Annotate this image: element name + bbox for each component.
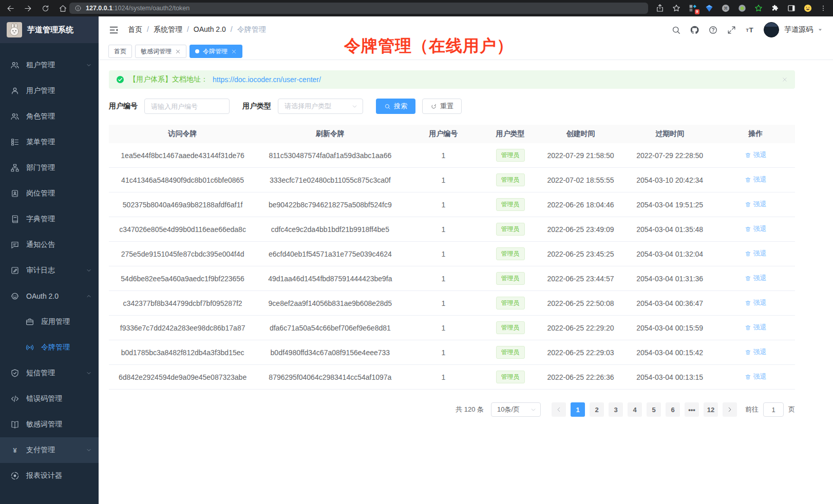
breadcrumb-item[interactable]: 首页: [128, 25, 149, 34]
force-logout-button[interactable]: 强退: [745, 249, 767, 258]
page-number-button[interactable]: •••: [685, 402, 699, 417]
sidebar-item[interactable]: 审计日志: [0, 258, 99, 283]
breadcrumb-item[interactable]: 系统管理: [154, 25, 189, 34]
force-logout-button[interactable]: 强退: [745, 323, 767, 332]
book-icon: [10, 420, 20, 429]
address-bar[interactable]: 127.0.0.1:1024/system/oauth2/token: [69, 3, 648, 14]
font-size-icon[interactable]: TT: [745, 25, 755, 35]
bookmark-star-icon[interactable]: [672, 4, 681, 13]
table-row: 502375b8040a469a9b82188afdf6af1f be90422…: [109, 192, 795, 217]
back-icon[interactable]: [6, 4, 15, 13]
page-number-button[interactable]: 1: [571, 402, 585, 417]
page-number-button[interactable]: 4: [628, 402, 642, 417]
close-icon[interactable]: [175, 49, 181, 54]
page-tab[interactable]: 令牌管理: [190, 45, 242, 58]
sidebar-item[interactable]: 部门管理: [0, 155, 99, 181]
access-token-cell: 275e5de9151045fe87cbdc395e004f4d: [109, 250, 256, 258]
page-size-select[interactable]: 10条/页: [491, 402, 541, 417]
sidebar-item[interactable]: 报表设计器: [0, 463, 99, 489]
caret-down-icon[interactable]: [817, 27, 823, 33]
sidebar-item[interactable]: 菜单管理: [0, 129, 99, 155]
page-tab[interactable]: 敏感词管理: [135, 45, 186, 58]
search-icon[interactable]: [671, 25, 681, 35]
created-time-cell: 2022-07-02 18:55:55: [538, 176, 623, 184]
sidebar-item[interactable]: 字典管理: [0, 206, 99, 232]
reload-icon[interactable]: [41, 4, 50, 13]
sidebar-item[interactable]: 令牌管理: [0, 335, 99, 360]
force-logout-button[interactable]: 强退: [745, 200, 767, 209]
gem-extension-icon[interactable]: [705, 4, 714, 13]
sidebar-item-label: 短信管理: [26, 369, 55, 378]
help-icon[interactable]: [708, 25, 718, 35]
page-unit-label: 页: [788, 405, 795, 414]
force-logout-button[interactable]: 强退: [745, 347, 767, 357]
sidebar-item[interactable]: 应用管理: [0, 309, 99, 335]
force-logout-button[interactable]: 强退: [745, 298, 767, 307]
alert-close-icon[interactable]: [782, 76, 788, 83]
username[interactable]: 芋道源码: [784, 25, 813, 34]
page-number-button[interactable]: 5: [647, 402, 661, 417]
avatar[interactable]: [764, 22, 779, 37]
github-icon[interactable]: [690, 25, 699, 35]
force-logout-button[interactable]: 强退: [745, 224, 767, 234]
sidebar-item[interactable]: 通知公告: [0, 232, 99, 258]
breadcrumb-item[interactable]: 令牌管理: [237, 25, 266, 34]
profile-emoji-icon[interactable]: [803, 4, 812, 13]
prev-page-button[interactable]: [552, 402, 566, 417]
sidebar-item-label: 角色管理: [26, 112, 55, 121]
collapse-sidebar-icon[interactable]: [108, 25, 119, 35]
force-logout-button[interactable]: 强退: [745, 274, 767, 283]
share-icon[interactable]: [655, 4, 665, 13]
extension-blocks-icon[interactable]: 9: [688, 4, 697, 13]
site-info-icon[interactable]: [74, 5, 82, 12]
app-logo[interactable]: 芋道管理系统: [0, 16, 99, 43]
sidebar-item[interactable]: OAuth 2.0: [0, 283, 99, 309]
sidebar-item[interactable]: 错误码管理: [0, 386, 99, 412]
sidebar-panel-icon[interactable]: [787, 4, 796, 13]
close-icon[interactable]: [231, 49, 237, 54]
sidebar-item[interactable]: 短信管理: [0, 360, 99, 386]
refresh-token-cell: 49d1aa46d1454fbd87591444423be9fa: [256, 275, 404, 283]
search-button-icon: [384, 103, 391, 110]
user-id-input[interactable]: [144, 99, 230, 114]
page-tab[interactable]: 首页: [108, 45, 132, 58]
top-header: 首页 系统管理 OAuth 2.0 令牌管理 TT 芋道源码: [99, 16, 833, 43]
sidebar-item[interactable]: 岗位管理: [0, 181, 99, 206]
doc-link[interactable]: https://doc.iocoder.cn/user-center/: [213, 75, 321, 84]
command-extension-icon[interactable]: ⌘: [721, 4, 730, 13]
reset-button[interactable]: 重置: [422, 99, 462, 114]
sidebar-item[interactable]: 敏感词管理: [0, 412, 99, 437]
user-type-badge: 管理员: [496, 247, 525, 260]
refresh-token-cell: 9ce8ef2aa9f14056b831ae9b608e28d5: [256, 299, 404, 307]
force-logout-button[interactable]: 强退: [745, 372, 767, 381]
breadcrumb-item[interactable]: OAuth 2.0: [194, 25, 233, 34]
sidebar-item[interactable]: ¥ 支付管理: [0, 437, 99, 463]
force-logout-button[interactable]: 强退: [745, 150, 767, 160]
table-row: c342377bf8b344799dcbf7bf095287f2 9ce8ef2…: [109, 291, 795, 316]
page-number-button[interactable]: 3: [609, 402, 623, 417]
user-type-select[interactable]: 请选择用户类型: [278, 99, 363, 114]
home-icon[interactable]: [59, 4, 67, 13]
sidebar-item-label: 报表设计器: [26, 471, 62, 480]
sidebar-item-label: 错误码管理: [26, 394, 62, 403]
user-type-badge: 管理员: [496, 272, 525, 285]
page-number-button[interactable]: 2: [590, 402, 604, 417]
record-extension-icon[interactable]: [737, 4, 747, 13]
forward-icon[interactable]: [24, 4, 32, 13]
next-page-button[interactable]: [723, 402, 737, 417]
search-button[interactable]: 搜索: [376, 99, 415, 114]
total-count: 共 120 条: [456, 405, 484, 414]
fullscreen-icon[interactable]: [727, 25, 736, 35]
extensions-puzzle-icon[interactable]: [770, 4, 780, 13]
page-number-button[interactable]: 6: [666, 402, 680, 417]
browser-menu-icon[interactable]: [820, 4, 827, 13]
sidebar-item[interactable]: 用户管理: [0, 78, 99, 104]
sidebar-item[interactable]: 角色管理: [0, 104, 99, 129]
expire-time-cell: 2022-07-29 22:28:50: [623, 151, 716, 160]
page-number-button[interactable]: 12: [704, 402, 718, 417]
sidebar-item[interactable]: 租户管理: [0, 52, 99, 78]
green-star-extension-icon[interactable]: [754, 4, 763, 13]
goto-page-input[interactable]: [763, 402, 784, 417]
user-type-cell: 管理员: [483, 247, 538, 260]
force-logout-button[interactable]: 强退: [745, 175, 767, 184]
